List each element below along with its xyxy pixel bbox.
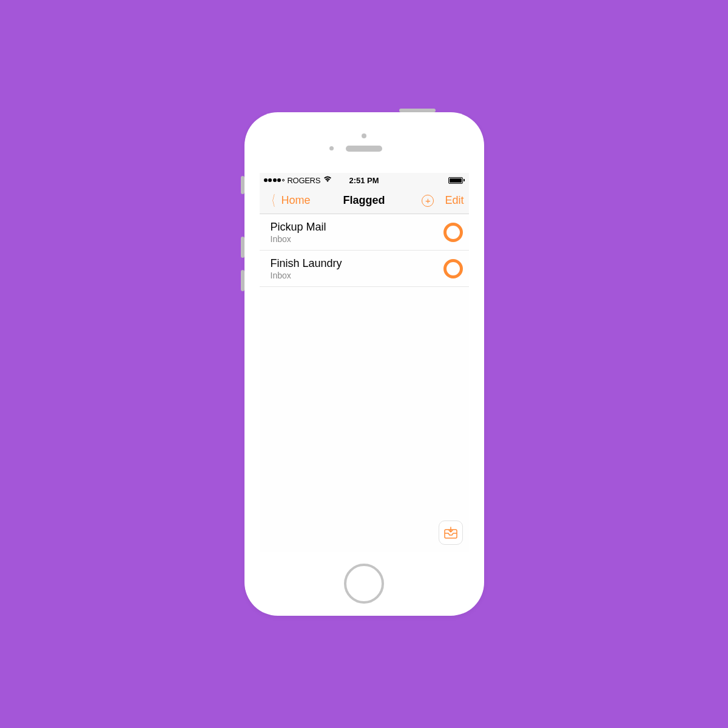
inbox-button[interactable] bbox=[439, 521, 463, 545]
earpiece-speaker bbox=[346, 146, 382, 152]
task-row[interactable]: Finish Laundry Inbox bbox=[260, 251, 469, 287]
back-label: Home bbox=[281, 194, 311, 207]
plus-icon: + bbox=[425, 196, 431, 205]
phone-frame: ROGERS 2:51 PM 〈 Home Flagged bbox=[244, 112, 484, 616]
signal-strength-icon bbox=[264, 178, 285, 182]
task-row[interactable]: Pickup Mail Inbox bbox=[260, 214, 469, 251]
screen: ROGERS 2:51 PM 〈 Home Flagged bbox=[260, 173, 469, 552]
task-list: Pickup Mail Inbox Finish Laundry Inbox bbox=[260, 214, 469, 552]
home-button[interactable] bbox=[344, 564, 384, 604]
chevron-left-icon: 〈 bbox=[268, 194, 275, 208]
clock: 2:51 PM bbox=[349, 176, 379, 185]
task-list-label: Inbox bbox=[271, 234, 443, 244]
front-camera bbox=[362, 133, 366, 138]
task-list-label: Inbox bbox=[271, 271, 443, 280]
wifi-icon bbox=[323, 176, 332, 184]
status-bar: ROGERS 2:51 PM bbox=[260, 173, 469, 187]
proximity-sensor bbox=[329, 146, 334, 150]
back-button[interactable]: 〈 Home bbox=[265, 194, 311, 208]
inbox-icon bbox=[443, 526, 458, 539]
volume-up-button bbox=[241, 237, 244, 258]
complete-toggle[interactable] bbox=[443, 259, 463, 278]
complete-toggle[interactable] bbox=[443, 223, 463, 242]
phone-bezel-top bbox=[244, 112, 484, 173]
navigation-bar: 〈 Home Flagged + Edit bbox=[260, 187, 469, 214]
volume-down-button bbox=[241, 270, 244, 291]
mute-switch bbox=[241, 176, 244, 194]
add-button[interactable]: + bbox=[422, 195, 434, 207]
battery-icon bbox=[448, 177, 465, 184]
task-title: Finish Laundry bbox=[271, 257, 443, 270]
carrier-label: ROGERS bbox=[288, 176, 321, 185]
task-title: Pickup Mail bbox=[271, 221, 443, 234]
edit-button[interactable]: Edit bbox=[445, 194, 463, 207]
page-title: Flagged bbox=[343, 194, 385, 207]
